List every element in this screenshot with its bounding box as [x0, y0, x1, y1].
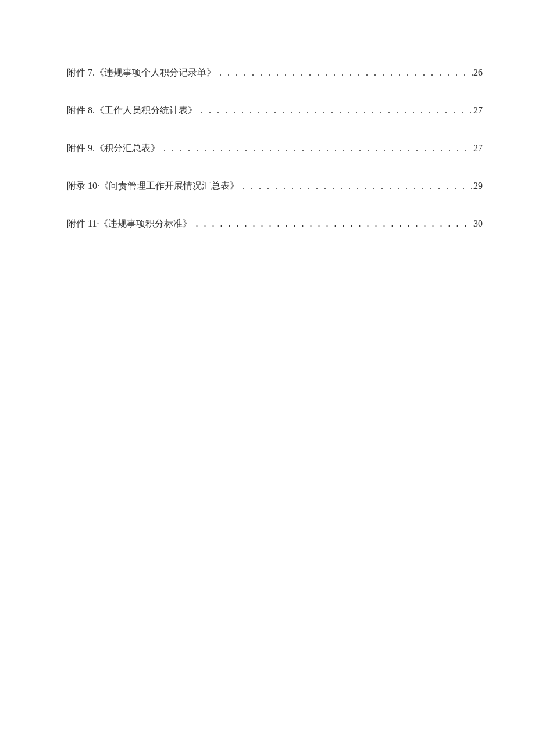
toc-dots [197, 105, 473, 116]
toc-dots [160, 143, 473, 153]
toc-entry: 附录 10·《问责管理工作开展情况汇总表》 29 [67, 180, 483, 192]
toc-dots [239, 181, 473, 191]
toc-entry: 附件 11·《违规事项积分标准》 30 [67, 218, 483, 230]
toc-entry-label: 附件 8.《工作人员积分统计表》 [67, 105, 197, 117]
toc-entry: 附件 9.《积分汇总表》 27 [67, 142, 483, 155]
toc-entry-label: 附件 7.《违规事项个人积分记录单》 [67, 67, 216, 79]
toc-entry-page: 29 [473, 181, 483, 191]
toc-entry-label: 附件 11·《违规事项积分标准》 [67, 218, 192, 230]
toc-entry-page: 26 [473, 67, 483, 78]
toc-entry-page: 27 [473, 105, 483, 116]
toc-entry-page: 30 [473, 218, 483, 229]
toc-dots [192, 218, 473, 229]
toc-entry: 附件 7.《违规事项个人积分记录单》 26 [67, 67, 483, 79]
toc-entry-label: 附录 10·《问责管理工作开展情况汇总表》 [67, 180, 239, 192]
toc-dots [216, 67, 473, 78]
toc-entry-label: 附件 9.《积分汇总表》 [67, 142, 160, 155]
toc-entry-page: 27 [473, 143, 483, 153]
toc-entry: 附件 8.《工作人员积分统计表》 27 [67, 105, 483, 117]
